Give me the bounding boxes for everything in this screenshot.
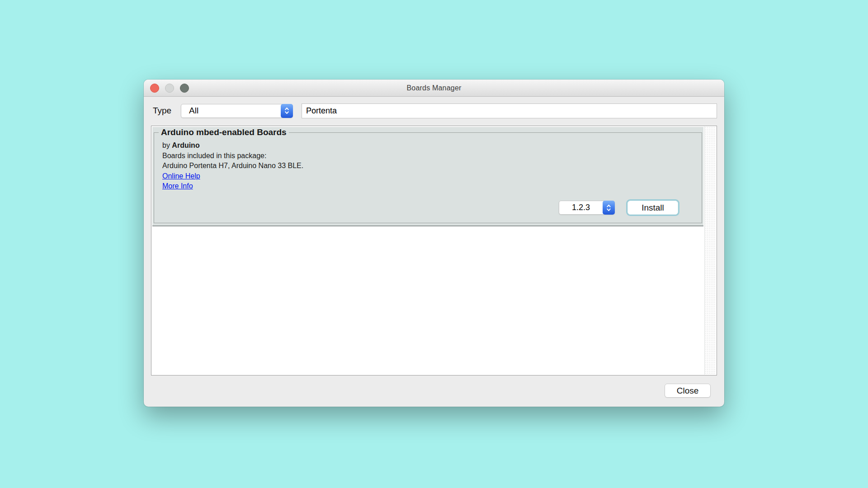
board-author-line: by Arduino xyxy=(162,141,702,151)
boards-manager-window: Boards Manager Type All Arduino mbed-ena… xyxy=(144,80,724,407)
close-window-icon[interactable] xyxy=(150,84,159,93)
minimize-window-icon xyxy=(165,84,174,93)
type-dropdown-value: All xyxy=(189,104,198,117)
package-line: Boards included in this package: xyxy=(162,151,702,161)
entry-actions: 1.2.3 Install xyxy=(559,201,678,215)
install-button[interactable]: Install xyxy=(627,201,678,215)
zoom-window-icon xyxy=(180,84,189,93)
online-help-link[interactable]: Online Help xyxy=(162,171,200,182)
close-button[interactable]: Close xyxy=(665,384,711,398)
board-entry-title: Arduino mbed-enabled Boards xyxy=(159,127,289,137)
version-dropdown[interactable]: 1.2.3 xyxy=(559,201,615,215)
version-dropdown-value: 1.2.3 xyxy=(559,201,603,214)
traffic-lights xyxy=(150,80,189,96)
board-author: Arduino xyxy=(172,141,199,149)
board-entry-groupbox: Arduino mbed-enabled Boards by Arduino B… xyxy=(154,127,702,223)
chevron-up-down-icon xyxy=(281,104,293,118)
boards-line: Arduino Portenta H7, Arduino Nano 33 BLE… xyxy=(162,161,702,171)
board-entry-body: by Arduino Boards included in this packa… xyxy=(154,137,702,192)
title-bar[interactable]: Boards Manager xyxy=(144,80,724,97)
type-label: Type xyxy=(153,106,181,116)
board-entry[interactable]: Arduino mbed-enabled Boards by Arduino B… xyxy=(152,127,703,226)
search-input[interactable] xyxy=(302,103,717,118)
more-info-link[interactable]: More Info xyxy=(162,181,193,192)
boards-list: Arduino mbed-enabled Boards by Arduino B… xyxy=(151,126,717,375)
filter-row: Type All xyxy=(153,103,717,119)
window-title: Boards Manager xyxy=(406,84,461,92)
vertical-scrollbar[interactable] xyxy=(704,127,716,375)
chevron-up-down-icon xyxy=(603,201,615,215)
type-dropdown[interactable]: All xyxy=(181,104,293,118)
